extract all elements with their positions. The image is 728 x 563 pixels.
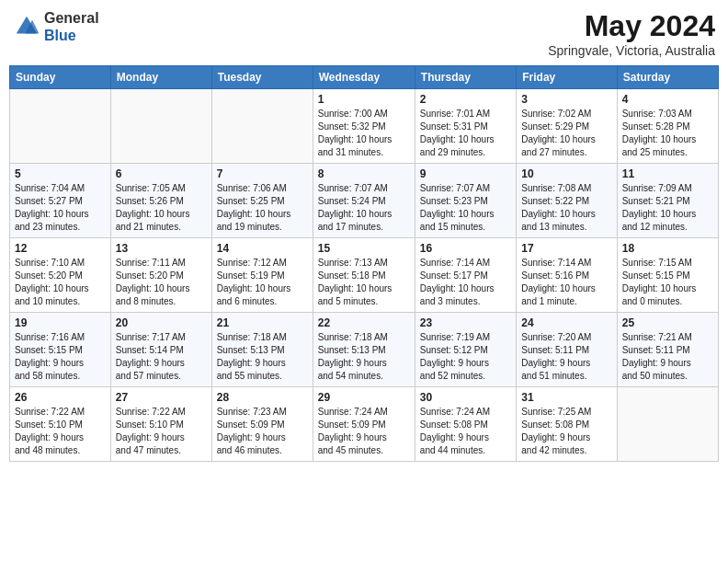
calendar-cell xyxy=(211,89,313,164)
day-number: 27 xyxy=(116,391,207,404)
day-info: Sunrise: 7:10 AM Sunset: 5:20 PM Dayligh… xyxy=(15,257,106,308)
day-number: 30 xyxy=(420,391,511,404)
day-info: Sunrise: 7:01 AM Sunset: 5:31 PM Dayligh… xyxy=(420,108,511,159)
calendar-cell: 3Sunrise: 7:02 AM Sunset: 5:29 PM Daylig… xyxy=(517,89,617,164)
day-info: Sunrise: 7:16 AM Sunset: 5:15 PM Dayligh… xyxy=(15,331,106,383)
calendar-cell: 29Sunrise: 7:24 AM Sunset: 5:09 PM Dayli… xyxy=(313,387,415,462)
day-number: 2 xyxy=(420,93,511,106)
day-info: Sunrise: 7:23 AM Sunset: 5:09 PM Dayligh… xyxy=(217,406,308,457)
calendar-cell: 10Sunrise: 7:08 AM Sunset: 5:22 PM Dayli… xyxy=(517,164,617,238)
page-header: General Blue May 2024 Springvale, Victor… xyxy=(9,9,719,58)
weekday-header-friday: Friday xyxy=(517,66,617,89)
title-block: May 2024 Springvale, Victoria, Australia xyxy=(548,9,715,58)
calendar-cell: 16Sunrise: 7:14 AM Sunset: 5:17 PM Dayli… xyxy=(415,238,516,313)
calendar-cell: 15Sunrise: 7:13 AM Sunset: 5:18 PM Dayli… xyxy=(313,238,415,313)
day-number: 19 xyxy=(15,316,106,329)
weekday-header-thursday: Thursday xyxy=(415,66,516,89)
calendar-cell: 30Sunrise: 7:24 AM Sunset: 5:08 PM Dayli… xyxy=(415,387,516,462)
day-info: Sunrise: 7:17 AM Sunset: 5:14 PM Dayligh… xyxy=(116,331,207,383)
weekday-header-sunday: Sunday xyxy=(10,66,111,89)
calendar-week-3: 12Sunrise: 7:10 AM Sunset: 5:20 PM Dayli… xyxy=(10,238,719,313)
day-number: 6 xyxy=(116,167,207,180)
weekday-header-tuesday: Tuesday xyxy=(211,66,313,89)
weekday-header-row: SundayMondayTuesdayWednesdayThursdayFrid… xyxy=(10,66,719,89)
day-info: Sunrise: 7:24 AM Sunset: 5:08 PM Dayligh… xyxy=(420,406,511,457)
day-number: 10 xyxy=(521,167,611,180)
day-number: 1 xyxy=(318,93,410,106)
day-number: 16 xyxy=(420,242,511,255)
day-number: 21 xyxy=(217,316,308,329)
day-info: Sunrise: 7:08 AM Sunset: 5:22 PM Dayligh… xyxy=(521,182,611,234)
day-info: Sunrise: 7:07 AM Sunset: 5:24 PM Dayligh… xyxy=(318,182,410,234)
calendar-cell: 4Sunrise: 7:03 AM Sunset: 5:28 PM Daylig… xyxy=(617,89,718,164)
logo-icon xyxy=(13,13,40,40)
day-info: Sunrise: 7:14 AM Sunset: 5:16 PM Dayligh… xyxy=(521,257,611,308)
day-number: 7 xyxy=(217,167,308,180)
day-info: Sunrise: 7:05 AM Sunset: 5:26 PM Dayligh… xyxy=(116,182,207,234)
day-number: 11 xyxy=(622,167,713,180)
day-info: Sunrise: 7:14 AM Sunset: 5:17 PM Dayligh… xyxy=(420,257,511,308)
day-info: Sunrise: 7:15 AM Sunset: 5:15 PM Dayligh… xyxy=(622,257,713,308)
day-info: Sunrise: 7:13 AM Sunset: 5:18 PM Dayligh… xyxy=(318,257,410,308)
calendar-cell xyxy=(110,89,211,164)
logo: General Blue xyxy=(13,9,99,44)
day-info: Sunrise: 7:19 AM Sunset: 5:12 PM Dayligh… xyxy=(420,331,511,383)
logo-blue: Blue xyxy=(44,28,76,43)
calendar-cell: 19Sunrise: 7:16 AM Sunset: 5:15 PM Dayli… xyxy=(10,313,111,387)
calendar-cell: 17Sunrise: 7:14 AM Sunset: 5:16 PM Dayli… xyxy=(517,238,617,313)
day-number: 15 xyxy=(318,242,410,255)
day-info: Sunrise: 7:00 AM Sunset: 5:32 PM Dayligh… xyxy=(318,108,410,159)
day-number: 25 xyxy=(622,316,713,329)
day-number: 22 xyxy=(318,316,410,329)
calendar-cell: 26Sunrise: 7:22 AM Sunset: 5:10 PM Dayli… xyxy=(10,387,111,462)
day-info: Sunrise: 7:07 AM Sunset: 5:23 PM Dayligh… xyxy=(420,182,511,234)
calendar-week-5: 26Sunrise: 7:22 AM Sunset: 5:10 PM Dayli… xyxy=(10,387,719,462)
day-number: 13 xyxy=(116,242,207,255)
day-number: 9 xyxy=(420,167,511,180)
day-number: 14 xyxy=(217,242,308,255)
calendar-cell: 14Sunrise: 7:12 AM Sunset: 5:19 PM Dayli… xyxy=(211,238,313,313)
day-number: 31 xyxy=(521,391,611,404)
day-info: Sunrise: 7:20 AM Sunset: 5:11 PM Dayligh… xyxy=(521,331,611,383)
weekday-header-monday: Monday xyxy=(110,66,211,89)
day-number: 4 xyxy=(622,93,713,106)
day-number: 28 xyxy=(217,391,308,404)
month-title: May 2024 xyxy=(548,9,715,43)
day-info: Sunrise: 7:06 AM Sunset: 5:25 PM Dayligh… xyxy=(217,182,308,234)
calendar-cell: 21Sunrise: 7:18 AM Sunset: 5:13 PM Dayli… xyxy=(211,313,313,387)
day-info: Sunrise: 7:11 AM Sunset: 5:20 PM Dayligh… xyxy=(116,257,207,308)
logo-text: General Blue xyxy=(44,9,99,44)
calendar-cell: 5Sunrise: 7:04 AM Sunset: 5:27 PM Daylig… xyxy=(10,164,111,238)
calendar-cell: 22Sunrise: 7:18 AM Sunset: 5:13 PM Dayli… xyxy=(313,313,415,387)
calendar-table: SundayMondayTuesdayWednesdayThursdayFrid… xyxy=(9,65,719,462)
day-info: Sunrise: 7:24 AM Sunset: 5:09 PM Dayligh… xyxy=(318,406,410,457)
calendar-cell: 25Sunrise: 7:21 AM Sunset: 5:11 PM Dayli… xyxy=(617,313,718,387)
day-number: 20 xyxy=(116,316,207,329)
day-number: 23 xyxy=(420,316,511,329)
day-info: Sunrise: 7:21 AM Sunset: 5:11 PM Dayligh… xyxy=(622,331,713,383)
calendar-week-1: 1Sunrise: 7:00 AM Sunset: 5:32 PM Daylig… xyxy=(10,89,719,164)
day-number: 29 xyxy=(318,391,410,404)
calendar-week-2: 5Sunrise: 7:04 AM Sunset: 5:27 PM Daylig… xyxy=(10,164,719,238)
day-info: Sunrise: 7:09 AM Sunset: 5:21 PM Dayligh… xyxy=(622,182,713,234)
day-number: 26 xyxy=(15,391,106,404)
calendar-cell xyxy=(10,89,111,164)
day-number: 18 xyxy=(622,242,713,255)
day-number: 3 xyxy=(521,93,611,106)
calendar-cell: 18Sunrise: 7:15 AM Sunset: 5:15 PM Dayli… xyxy=(617,238,718,313)
day-number: 17 xyxy=(521,242,611,255)
day-info: Sunrise: 7:22 AM Sunset: 5:10 PM Dayligh… xyxy=(15,406,106,457)
location: Springvale, Victoria, Australia xyxy=(548,43,715,58)
calendar-week-4: 19Sunrise: 7:16 AM Sunset: 5:15 PM Dayli… xyxy=(10,313,719,387)
weekday-header-saturday: Saturday xyxy=(617,66,718,89)
calendar-cell: 2Sunrise: 7:01 AM Sunset: 5:31 PM Daylig… xyxy=(415,89,516,164)
day-info: Sunrise: 7:04 AM Sunset: 5:27 PM Dayligh… xyxy=(15,182,106,234)
calendar-cell: 23Sunrise: 7:19 AM Sunset: 5:12 PM Dayli… xyxy=(415,313,516,387)
day-number: 8 xyxy=(318,167,410,180)
day-info: Sunrise: 7:22 AM Sunset: 5:10 PM Dayligh… xyxy=(116,406,207,457)
calendar-cell: 9Sunrise: 7:07 AM Sunset: 5:23 PM Daylig… xyxy=(415,164,516,238)
calendar-cell: 27Sunrise: 7:22 AM Sunset: 5:10 PM Dayli… xyxy=(110,387,211,462)
day-info: Sunrise: 7:18 AM Sunset: 5:13 PM Dayligh… xyxy=(318,331,410,383)
day-info: Sunrise: 7:12 AM Sunset: 5:19 PM Dayligh… xyxy=(217,257,308,308)
logo-general: General xyxy=(44,10,99,26)
